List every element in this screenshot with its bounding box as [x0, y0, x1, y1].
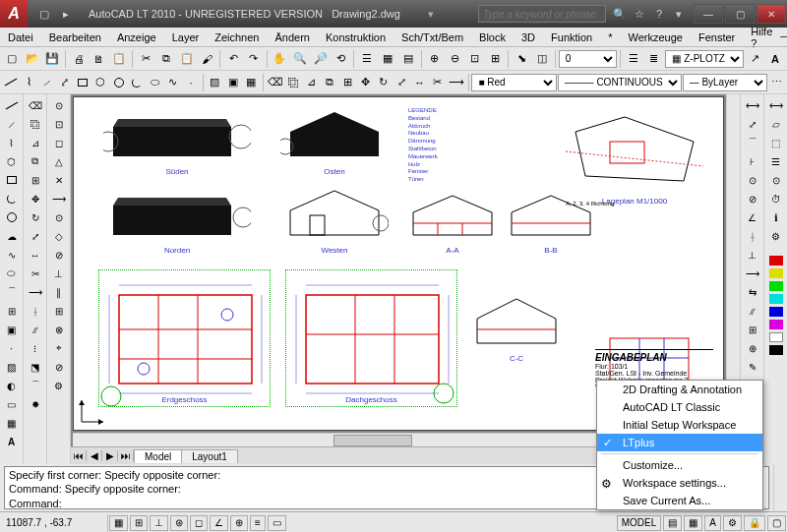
doc-minimize-icon[interactable]: — — [780, 30, 787, 44]
publish-icon[interactable]: 📋 — [110, 49, 130, 69]
id-icon[interactable]: ⊙ — [766, 171, 786, 189]
dim-ordinate-icon[interactable]: ⊦ — [743, 152, 762, 170]
chamfer-tool-icon[interactable]: ⬔ — [26, 358, 45, 376]
polygon-icon[interactable]: ⬡ — [92, 73, 109, 92]
menu-konstruktion[interactable]: Konstruktion — [318, 30, 394, 45]
workspace-switching-icon[interactable]: ⚙ — [723, 515, 742, 531]
pline-tool-icon[interactable]: ⌇ — [2, 134, 22, 151]
dim-arc-icon[interactable]: ⌒ — [743, 134, 762, 151]
ellipse-arc-icon[interactable]: ⌒ — [2, 283, 22, 301]
join-tool-icon[interactable]: ⫶ — [26, 339, 45, 357]
array-icon[interactable]: ⊞ — [339, 73, 356, 92]
scale-tool-icon[interactable]: ⤢ — [26, 227, 45, 245]
region-tool-icon[interactable]: ▭ — [2, 395, 22, 413]
copy-icon[interactable]: ⧉ — [156, 49, 176, 69]
area-icon[interactable]: ▱ — [766, 115, 786, 133]
menu-datei[interactable]: Datei — [0, 30, 41, 45]
ctx-autocad-classic[interactable]: AutoCAD LT Classic — [597, 398, 762, 416]
spline-tool-icon[interactable]: ∿ — [2, 246, 22, 264]
point-icon[interactable]: · — [182, 73, 199, 92]
minimize-button[interactable]: — — [694, 4, 723, 24]
snap-ext-icon[interactable]: ⟶ — [49, 190, 69, 207]
menu-schtxtbem[interactable]: Sch/Txt/Bem — [394, 30, 471, 45]
trim-icon[interactable]: ✂ — [429, 73, 446, 92]
list-icon[interactable]: ☰ — [766, 152, 786, 170]
snap-from-icon[interactable]: ⊡ — [49, 115, 69, 133]
erase-tool-icon[interactable]: ⌫ — [26, 96, 45, 114]
ctx-workspace-settings[interactable]: ⚙ Workspace settings... — [597, 474, 762, 492]
app-logo[interactable]: A — [0, 0, 28, 28]
menu-anzeige[interactable]: Anzeige — [109, 30, 164, 45]
save-icon[interactable]: 💾 — [42, 49, 62, 69]
tab-layout1[interactable]: Layout1 — [181, 449, 238, 463]
quick-view-layouts-icon[interactable]: ▤ — [663, 515, 682, 531]
move-tool-icon[interactable]: ✥ — [26, 190, 45, 207]
line-tool-icon[interactable] — [2, 96, 22, 114]
zoom-all-icon[interactable]: ⊞ — [486, 49, 506, 69]
tab-last-icon[interactable]: ⏭ — [118, 450, 134, 461]
snap-mode-button[interactable]: ▦ — [109, 515, 128, 531]
color-cyan[interactable] — [769, 294, 783, 304]
mass-icon[interactable]: ⬚ — [766, 134, 786, 151]
arc-icon[interactable] — [128, 73, 145, 92]
zoom-window-icon[interactable]: 🔎 — [311, 49, 331, 69]
explode-tool-icon[interactable]: ✸ — [26, 395, 45, 413]
snap-tan-icon[interactable]: ⊘ — [49, 246, 69, 264]
snap-end-icon[interactable]: ◻ — [49, 134, 69, 151]
cut-icon[interactable]: ✂ — [136, 49, 155, 69]
qat-new-icon[interactable]: ▢ — [33, 8, 55, 21]
open-icon[interactable]: 📂 — [23, 49, 42, 69]
snap-none-icon[interactable]: ⊘ — [49, 358, 69, 376]
paste-icon[interactable]: 📋 — [177, 49, 197, 69]
menu-bearbeiten[interactable]: Bearbeiten — [41, 30, 109, 45]
lineweight-dropdown[interactable]: — ByLayer — [683, 74, 767, 91]
ellipse-icon[interactable]: ⬭ — [147, 73, 163, 92]
polyline-icon[interactable]: ⌇ — [20, 73, 36, 92]
star-icon[interactable]: ☆ — [632, 6, 647, 22]
dim-aligned-icon[interactable]: ⤢ — [743, 115, 762, 133]
print-icon[interactable]: 🖨 — [69, 49, 89, 69]
help-icon[interactable]: ? — [651, 6, 667, 22]
dim-diameter-icon[interactable]: ⊘ — [743, 190, 762, 207]
table-tool-icon[interactable]: ▦ — [2, 414, 22, 432]
color-black[interactable] — [769, 345, 783, 355]
zoom-previous-icon[interactable]: ⟲ — [332, 49, 351, 69]
dim-break-icon[interactable]: ⫽ — [743, 302, 762, 320]
layer-props-icon[interactable]: ☰ — [624, 49, 643, 69]
dim-radius-icon[interactable]: ⊙ — [743, 171, 762, 189]
table-icon[interactable]: ▦ — [242, 73, 259, 92]
zoom-in-icon[interactable]: ⊕ — [425, 49, 445, 69]
gradient-tool-icon[interactable]: ◐ — [2, 377, 22, 394]
plot-preview-icon[interactable]: 🗎 — [90, 49, 109, 69]
rotate-icon[interactable]: ↻ — [375, 73, 392, 92]
color-magenta[interactable] — [769, 320, 783, 329]
break-tool-icon[interactable]: ⫽ — [26, 321, 45, 338]
zoom-realtime-icon[interactable]: 🔍 — [290, 49, 310, 69]
center-mark-icon[interactable]: ⊕ — [743, 339, 762, 357]
dist-icon[interactable]: ⟷ — [766, 96, 786, 114]
tolerance-icon[interactable]: ⊞ — [743, 321, 762, 338]
tab-first-icon[interactable]: ⏮ — [71, 450, 87, 461]
snap-settings-icon[interactable]: ⚙ — [49, 377, 69, 394]
tab-prev-icon[interactable]: ◀ — [87, 450, 102, 461]
annotation-scale-icon[interactable]: A — [704, 515, 721, 531]
command-scrollbar[interactable] — [773, 464, 787, 511]
zoom-out-icon[interactable]: ⊖ — [445, 49, 464, 69]
rect-tool-icon[interactable] — [2, 171, 22, 189]
menu-werkzeuge[interactable]: Werkzeuge — [621, 30, 691, 45]
search-input[interactable] — [478, 5, 606, 23]
mirror-icon[interactable]: ⊿ — [303, 73, 320, 92]
pan-icon[interactable]: ✋ — [271, 49, 290, 69]
tool-palettes-icon[interactable]: ▤ — [398, 49, 418, 69]
zplot-dropdown[interactable]: ▦ Z-PLOTZ-PLOT — [665, 50, 744, 68]
circle-tool-icon[interactable] — [2, 208, 22, 226]
region-icon[interactable]: ▣ — [224, 73, 241, 92]
color-red[interactable] — [769, 256, 783, 266]
color-white[interactable] — [769, 332, 783, 342]
dim-baseline-icon[interactable]: ⊥ — [743, 246, 762, 264]
trim-tool-icon[interactable]: ✂ — [26, 265, 45, 282]
snap-par-icon[interactable]: ∥ — [49, 283, 69, 301]
ctx-save-current-as[interactable]: Save Current As... — [597, 492, 762, 509]
move-icon[interactable]: ✥ — [357, 73, 374, 92]
menu-star[interactable]: * — [600, 30, 620, 45]
